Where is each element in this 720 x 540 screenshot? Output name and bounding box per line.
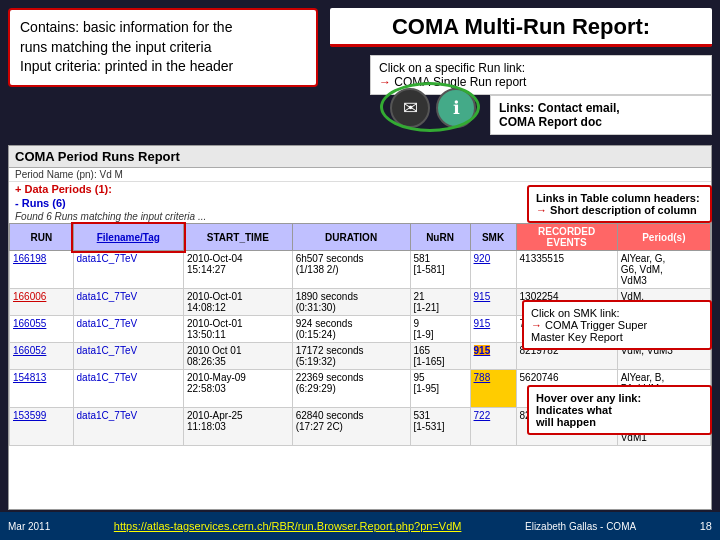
table-header-row: RUN Filename/Tag START_TIME DURATION NuR… bbox=[10, 224, 711, 251]
slide-container: Contains: basic information for the runs… bbox=[0, 0, 720, 540]
col-header-nurn[interactable]: NuRN bbox=[410, 224, 470, 251]
top-left-line1: Contains: basic information for the bbox=[20, 19, 232, 35]
cell-filename[interactable]: data1C_7TeV bbox=[73, 370, 183, 408]
arrow-icon: → bbox=[379, 75, 391, 89]
cell-nurn: 581[1-581] bbox=[410, 251, 470, 289]
cell-filename[interactable]: data1C_7TeV bbox=[73, 408, 183, 446]
smk-annotation-box: Click on SMK link: → COMA Trigger Super … bbox=[522, 300, 712, 350]
icons-area: ✉ ℹ bbox=[390, 88, 476, 128]
cell-run[interactable]: 166198 bbox=[10, 251, 74, 289]
cell-run[interactable]: 154813 bbox=[10, 370, 74, 408]
cell-smk[interactable]: 915 bbox=[470, 316, 516, 343]
bottom-left-label: Mar 2011 bbox=[8, 521, 50, 532]
bottom-url-link[interactable]: https://atlas-tagservices.cern.ch/RBR/ru… bbox=[114, 520, 462, 532]
cell-start-time: 2010 Oct 0108:26:35 bbox=[184, 343, 293, 370]
col-header-periods[interactable]: Period(s) bbox=[617, 224, 710, 251]
cell-smk[interactable]: 722 bbox=[470, 408, 516, 446]
col-header-recorded-events[interactable]: RECORDEDEVENTS bbox=[516, 224, 617, 251]
cell-start-time: 2010-May-0922:58:03 bbox=[184, 370, 293, 408]
contact-icon[interactable]: ✉ bbox=[390, 88, 430, 128]
top-left-info-box: Contains: basic information for the runs… bbox=[8, 8, 318, 87]
bottom-bar: Mar 2011 https://atlas-tagservices.cern.… bbox=[0, 512, 720, 540]
arrow-icon: → bbox=[531, 319, 542, 331]
cell-smk[interactable]: 788 bbox=[470, 370, 516, 408]
bottom-center-text: Elizabeth Gallas - COMA bbox=[525, 521, 636, 532]
hover-annotation-box: Hover over any link: Indicates what will… bbox=[527, 385, 712, 435]
links-box: Links: Contact email, COMA Report doc bbox=[490, 95, 712, 135]
cell-nurn: 21[1-21] bbox=[410, 289, 470, 316]
cell-smk[interactable]: 920 bbox=[470, 251, 516, 289]
bottom-right-text: 18 bbox=[700, 520, 712, 532]
cell-duration: 17172 seconds(5:19:32) bbox=[292, 343, 410, 370]
cell-run[interactable]: 166052 bbox=[10, 343, 74, 370]
col-header-filename[interactable]: Filename/Tag bbox=[73, 224, 183, 251]
page-title: COMA Multi-Run Report: bbox=[330, 8, 712, 47]
cell-duration: 62840 seconds(17:27 2C) bbox=[292, 408, 410, 446]
cell-smk[interactable]: 915 bbox=[470, 343, 516, 370]
table-row: 166198 data1C_7TeV 2010-Oct-0415:14:27 6… bbox=[10, 251, 711, 289]
arrow-icon: → bbox=[536, 204, 547, 216]
cell-duration: 924 seconds(0:15:24) bbox=[292, 316, 410, 343]
cell-start-time: 2010-Oct-0113:50:11 bbox=[184, 316, 293, 343]
col-headers-annotation-box: Links in Table column headers: → Short d… bbox=[527, 185, 712, 223]
cell-recorded-events: 41335515 bbox=[516, 251, 617, 289]
cell-run[interactable]: 166006 bbox=[10, 289, 74, 316]
report-subheader: Period Name (pn): Vd M bbox=[9, 168, 711, 182]
cell-run[interactable]: 153599 bbox=[10, 408, 74, 446]
cell-duration: 6h507 seconds(1/138 2/) bbox=[292, 251, 410, 289]
cell-start-time: 2010-Oct-0114:08:12 bbox=[184, 289, 293, 316]
cell-nurn: 95[1-95] bbox=[410, 370, 470, 408]
top-left-line3: Input criteria: printed in the header bbox=[20, 58, 233, 74]
col-header-start-time[interactable]: START_TIME bbox=[184, 224, 293, 251]
cell-duration: 1890 seconds(0:31:30) bbox=[292, 289, 410, 316]
cell-periods: AlYear, G,G6, VdM,VdM3 bbox=[617, 251, 710, 289]
info-icon[interactable]: ℹ bbox=[436, 88, 476, 128]
cell-filename[interactable]: data1C_7TeV bbox=[73, 251, 183, 289]
report-title: COMA Period Runs Report bbox=[9, 146, 711, 168]
cell-run[interactable]: 166055 bbox=[10, 316, 74, 343]
cell-smk[interactable]: 915 bbox=[470, 289, 516, 316]
cell-filename[interactable]: data1C_7TeV bbox=[73, 289, 183, 316]
col-header-run[interactable]: RUN bbox=[10, 224, 74, 251]
top-left-line2: runs matching the input criteria bbox=[20, 39, 211, 55]
cell-nurn: 165[1-165] bbox=[410, 343, 470, 370]
col-header-duration[interactable]: DURATION bbox=[292, 224, 410, 251]
cell-nurn: 531[1-531] bbox=[410, 408, 470, 446]
cell-duration: 22369 seconds(6:29:29) bbox=[292, 370, 410, 408]
cell-nurn: 9[1-9] bbox=[410, 316, 470, 343]
cell-filename[interactable]: data1C_7TeV bbox=[73, 343, 183, 370]
cell-start-time: 2010-Apr-2511:18:03 bbox=[184, 408, 293, 446]
cell-filename[interactable]: data1C_7TeV bbox=[73, 316, 183, 343]
col-header-smk[interactable]: SMK bbox=[470, 224, 516, 251]
cell-start-time: 2010-Oct-0415:14:27 bbox=[184, 251, 293, 289]
